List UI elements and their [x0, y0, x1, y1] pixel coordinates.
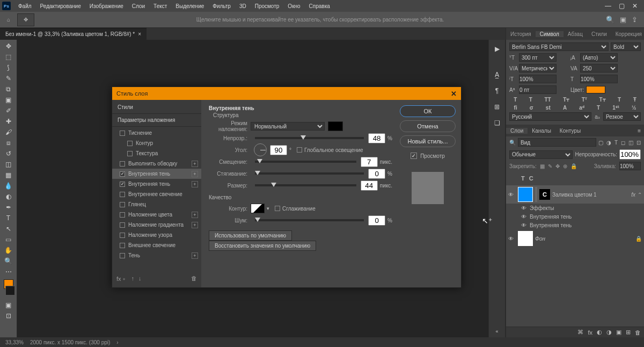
- layer-row[interactable]: 👁 Фон 🔒: [506, 229, 644, 248]
- filter-icon[interactable]: ◑: [606, 140, 611, 146]
- move-tool-icon[interactable]: ✥: [2, 41, 16, 52]
- panel-menu-icon[interactable]: ≡: [634, 128, 644, 134]
- para-panel-icon[interactable]: ¶: [491, 85, 503, 97]
- style-checkbox[interactable]: [120, 131, 125, 136]
- background-swatch[interactable]: [5, 286, 15, 295]
- healing-brush-icon[interactable]: ✚: [2, 116, 16, 127]
- add-icon[interactable]: +: [192, 252, 198, 259]
- global-light-checkbox[interactable]: [297, 147, 302, 153]
- lock-icon[interactable]: 🔒: [570, 163, 577, 169]
- chevron-down-icon[interactable]: ⌃: [638, 192, 642, 198]
- blendmode-select[interactable]: Нормальный: [251, 122, 325, 131]
- distance-value[interactable]: [361, 157, 378, 167]
- style-checkbox[interactable]: [120, 212, 125, 218]
- ot-icon[interactable]: ½: [632, 105, 636, 111]
- style-item[interactable]: Внутренняя тень+: [112, 179, 201, 189]
- eyedropper-icon[interactable]: ✐: [2, 105, 16, 116]
- weight-select[interactable]: Bold: [611, 42, 641, 51]
- mask-icon[interactable]: ◐: [597, 329, 602, 336]
- contour-chevron[interactable]: ▾: [267, 206, 269, 211]
- new-icon[interactable]: ⊞: [626, 329, 631, 336]
- hscale[interactable]: [580, 75, 618, 83]
- tab-character[interactable]: Символ: [536, 31, 564, 37]
- filter-toggle[interactable]: ⊡: [636, 140, 641, 146]
- menu-item[interactable]: Просмотр: [251, 3, 284, 9]
- visibility-icon[interactable]: 👁: [521, 205, 526, 211]
- visibility-icon[interactable]: 👁: [521, 222, 526, 228]
- crop-tool-icon[interactable]: ⧉: [2, 84, 16, 95]
- smallcaps-icon[interactable]: Tᴛ: [563, 97, 569, 103]
- lock-icon[interactable]: 🔒: [635, 236, 642, 242]
- dodge-tool-icon[interactable]: ◐: [2, 191, 16, 202]
- menu-item[interactable]: Слои: [128, 3, 149, 9]
- up-icon[interactable]: ↑: [131, 275, 135, 283]
- style-checkbox[interactable]: [127, 141, 133, 146]
- bold-icon[interactable]: T: [514, 97, 517, 103]
- sub-icon[interactable]: Tᴛ: [599, 97, 605, 103]
- trash-icon[interactable]: 🗑: [635, 329, 641, 336]
- layer-opacity[interactable]: [619, 149, 641, 160]
- effects-header[interactable]: 👁Эффекты: [506, 204, 644, 212]
- zoom-tool-icon[interactable]: 🔍: [2, 256, 16, 266]
- menu-item[interactable]: Фильтр: [208, 3, 235, 9]
- search-icon[interactable]: 🔍: [509, 140, 516, 146]
- lock-icon[interactable]: ✎: [548, 163, 552, 169]
- quickmask-icon[interactable]: ⊡: [2, 310, 16, 321]
- size-value[interactable]: [361, 180, 378, 191]
- style-checkbox[interactable]: [127, 151, 133, 156]
- contour-picker[interactable]: [251, 204, 265, 213]
- layer-mask-c[interactable]: C: [539, 189, 550, 200]
- aa-select[interactable]: Резкое: [603, 112, 641, 121]
- workspace-icon[interactable]: ▣: [620, 16, 626, 24]
- caps-icon[interactable]: TT: [544, 97, 551, 103]
- style-item[interactable]: Тень+: [112, 250, 201, 261]
- add-icon[interactable]: +: [192, 212, 198, 218]
- close-icon[interactable]: ✕: [632, 2, 638, 10]
- add-icon[interactable]: +: [192, 181, 198, 187]
- opacity-slider[interactable]: [255, 137, 364, 139]
- style-checkbox[interactable]: [120, 182, 125, 187]
- doc-info[interactable]: 2000 пикс. x 1500 пикс. (300 ppi): [30, 339, 110, 345]
- style-item[interactable]: Внутренняя тень+: [112, 169, 201, 179]
- font-size[interactable]: 300 пт: [519, 53, 557, 62]
- lock-icon[interactable]: ▦: [540, 163, 545, 169]
- style-checkbox[interactable]: [120, 171, 125, 177]
- layer-row[interactable]: 👁 C Заливка цветом 1 fx ⌃: [506, 185, 644, 204]
- ot-icon[interactable]: T: [597, 105, 600, 111]
- type-tool-icon[interactable]: T: [2, 213, 16, 223]
- menu-item[interactable]: 3D: [235, 3, 251, 9]
- vscale[interactable]: [519, 75, 557, 83]
- menu-item[interactable]: Изображение: [85, 3, 128, 9]
- style-checkbox[interactable]: [120, 243, 125, 248]
- add-icon[interactable]: +: [192, 161, 198, 167]
- effect-item[interactable]: 👁Внутренняя тень: [506, 221, 644, 229]
- play-icon[interactable]: ▶: [491, 43, 503, 55]
- ot-icon[interactable]: st: [546, 105, 551, 111]
- pen-tool-icon[interactable]: ✒: [2, 202, 16, 213]
- menu-item[interactable]: Редактирование: [36, 3, 85, 9]
- style-item[interactable]: Глянец: [112, 199, 201, 209]
- shadow-color[interactable]: [328, 121, 343, 131]
- super-icon[interactable]: Tᵀ: [582, 97, 587, 103]
- search-icon[interactable]: 🔍: [606, 16, 614, 24]
- menu-item[interactable]: Окно: [283, 3, 304, 9]
- path-select-icon[interactable]: ↖: [2, 223, 16, 234]
- tab-close-icon[interactable]: ×: [138, 31, 141, 37]
- choke-value[interactable]: [368, 169, 385, 179]
- opacity-value[interactable]: [368, 133, 385, 143]
- new-style-button[interactable]: Новый стиль...: [400, 135, 456, 147]
- home-icon[interactable]: ⌂: [3, 15, 14, 25]
- zoom-level[interactable]: 33,33%: [5, 339, 24, 345]
- fx-icon[interactable]: fx: [588, 329, 592, 336]
- layer-name[interactable]: Заливка цветом 1: [552, 192, 629, 198]
- leading[interactable]: (Авто): [580, 53, 618, 62]
- angle-dial[interactable]: [254, 143, 267, 156]
- lock-icon[interactable]: ✥: [555, 163, 560, 169]
- kerning[interactable]: Метрически: [519, 64, 557, 73]
- choke-slider[interactable]: [255, 172, 364, 175]
- layer-name[interactable]: Фон: [535, 236, 633, 242]
- glyph-panel-icon[interactable]: ⊞: [491, 101, 503, 113]
- blend-mode[interactable]: Обычные: [509, 150, 573, 159]
- visibility-icon[interactable]: 👁: [521, 214, 526, 220]
- ot-icon[interactable]: σ: [530, 105, 533, 111]
